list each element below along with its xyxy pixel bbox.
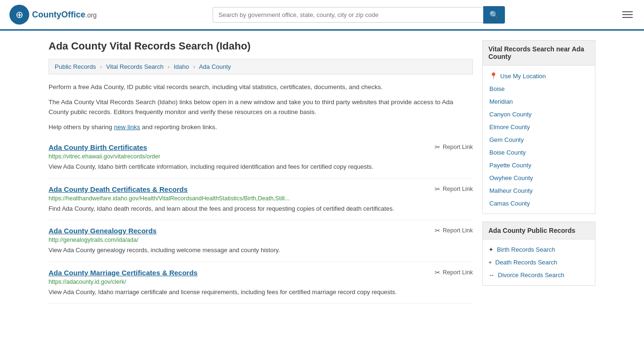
record-entry-3: Ada County Marriage Certificates & Recor…	[49, 262, 473, 304]
nearby-item-camas-county[interactable]: Camas County	[483, 197, 595, 210]
nearby-link-malheur-county[interactable]: Malheur County	[489, 187, 533, 194]
report-link-label-2: Report Link	[443, 227, 473, 234]
breadcrumb-public-records[interactable]: Public Records	[55, 63, 96, 70]
pub-item-birth[interactable]: ✦ Birth Records Search	[483, 243, 595, 256]
nearby-link-elmore-county[interactable]: Elmore County	[489, 123, 530, 131]
sidebar: Vital Records Search near Ada County 📍 U…	[482, 40, 595, 304]
pub-item-death[interactable]: + Death Records Search	[483, 256, 595, 269]
record-title-1[interactable]: Ada County Death Certificates & Records	[49, 185, 188, 193]
intro-p3-suffix: and reporting broken links.	[140, 123, 217, 131]
report-link-3[interactable]: ✂ Report Link	[435, 269, 473, 276]
record-entry-2: Ada County Genealogy Records ✂ Report Li…	[49, 220, 473, 262]
content-area: Ada County Vital Records Search (Idaho) …	[49, 40, 473, 304]
intro-paragraph-1: Perform a free Ada County, ID public vit…	[49, 82, 473, 92]
breadcrumb-sep-3: ›	[193, 63, 195, 70]
pub-item-divorce[interactable]: ↔ Divorce Records Search	[483, 269, 595, 281]
nearby-link-meridian[interactable]: Meridian	[489, 98, 513, 105]
record-entry-1: Ada County Death Certificates & Records …	[49, 179, 473, 221]
report-icon-1: ✂	[435, 185, 440, 193]
menu-icon-line1	[622, 11, 633, 12]
nearby-item-elmore-county[interactable]: Elmore County	[483, 121, 595, 133]
record-header-3: Ada County Marriage Certificates & Recor…	[49, 269, 473, 277]
search-input[interactable]	[213, 7, 483, 23]
record-title-2[interactable]: Ada County Genealogy Records	[49, 227, 157, 235]
record-header-2: Ada County Genealogy Records ✂ Report Li…	[49, 227, 473, 235]
record-header-0: Ada County Birth Certificates ✂ Report L…	[49, 143, 473, 151]
breadcrumb-vital-records[interactable]: Vital Records Search	[106, 63, 164, 70]
intro-paragraph-2: The Ada County Vital Records Search (Ida…	[49, 97, 473, 117]
report-icon-0: ✂	[435, 143, 440, 151]
use-my-location-item[interactable]: 📍 Use My Location	[483, 69, 595, 82]
nearby-link-boise[interactable]: Boise	[489, 85, 505, 92]
nearby-link-canyon-county[interactable]: Canyon County	[489, 111, 532, 118]
record-title-3[interactable]: Ada County Marriage Certificates & Recor…	[49, 269, 198, 277]
location-dot-icon: 📍	[489, 72, 497, 80]
divorce-records-link[interactable]: Divorce Records Search	[498, 272, 564, 279]
report-link-0[interactable]: ✂ Report Link	[435, 143, 473, 151]
nearby-item-canyon-county[interactable]: Canyon County	[483, 108, 595, 121]
nearby-item-malheur-county[interactable]: Malheur County	[483, 184, 595, 197]
birth-icon: ✦	[488, 246, 494, 253]
new-links-link[interactable]: new links	[114, 123, 140, 131]
intro-paragraph-3: Help others by sharing new links and rep…	[49, 122, 473, 132]
menu-icon-line3	[622, 17, 633, 18]
record-title-0[interactable]: Ada County Birth Certificates	[49, 143, 147, 151]
death-icon: +	[488, 259, 492, 266]
record-url-1[interactable]: https://healthandwelfare.idaho.gov/Healt…	[49, 195, 473, 202]
nearby-item-gem-county[interactable]: Gem County	[483, 133, 595, 146]
record-entry-0: Ada County Birth Certificates ✂ Report L…	[49, 137, 473, 179]
breadcrumb-idaho[interactable]: Idaho	[174, 63, 190, 70]
report-link-label-1: Report Link	[443, 186, 473, 192]
public-records-box: Ada County Public Records ✦ Birth Record…	[482, 222, 595, 286]
nearby-link-camas-county[interactable]: Camas County	[489, 200, 530, 207]
nearby-item-payette-county[interactable]: Payette County	[483, 159, 595, 172]
main-container: Ada County Vital Records Search (Idaho) …	[39, 31, 605, 313]
report-link-label-0: Report Link	[443, 144, 473, 150]
nearby-link-owyhee-county[interactable]: Owyhee County	[489, 174, 533, 181]
record-url-3[interactable]: https://adacounty.id.gov/clerk/	[49, 279, 473, 285]
public-records-header: Ada County Public Records	[483, 222, 595, 239]
logo-area: ⊕ CountyOffice.org	[9, 5, 97, 25]
intro-p3-prefix: Help others by sharing	[49, 123, 114, 131]
breadcrumb-sep-1: ›	[100, 63, 102, 70]
nearby-content: 📍 Use My Location Boise Meridian Canyon …	[483, 66, 595, 214]
nearby-link-payette-county[interactable]: Payette County	[489, 162, 531, 169]
record-desc-2: View Ada County genealogy records, inclu…	[49, 246, 473, 255]
nearby-item-meridian[interactable]: Meridian	[483, 95, 595, 108]
nearby-item-boise[interactable]: Boise	[483, 82, 595, 95]
public-records-content: ✦ Birth Records Search + Death Records S…	[483, 239, 595, 285]
record-desc-1: Find Ada County, Idaho death records, an…	[49, 204, 473, 214]
logo-icon: ⊕	[9, 5, 29, 25]
divorce-icon: ↔	[488, 272, 495, 279]
breadcrumb-ada-county[interactable]: Ada County	[199, 63, 231, 70]
nearby-link-boise-county[interactable]: Boise County	[489, 149, 526, 156]
site-header: ⊕ CountyOffice.org 🔍	[0, 0, 644, 31]
report-link-2[interactable]: ✂ Report Link	[435, 227, 473, 234]
logo-text: CountyOffice.org	[32, 10, 97, 20]
record-desc-3: View Ada County, Idaho marriage certific…	[49, 288, 473, 297]
birth-records-link[interactable]: Birth Records Search	[497, 246, 555, 253]
record-url-2[interactable]: http://genealogytrails.com/ida/ada/	[49, 237, 473, 243]
menu-button[interactable]	[620, 9, 635, 20]
search-button[interactable]: 🔍	[483, 6, 505, 24]
nearby-link-gem-county[interactable]: Gem County	[489, 136, 524, 143]
breadcrumb: Public Records › Vital Records Search › …	[49, 59, 473, 74]
menu-icon-line2	[622, 14, 633, 15]
report-icon-3: ✂	[435, 269, 440, 276]
record-desc-0: View Ada County, Idaho birth certificate…	[49, 162, 473, 172]
nearby-item-owyhee-county[interactable]: Owyhee County	[483, 172, 595, 184]
death-records-link[interactable]: Death Records Search	[495, 259, 558, 266]
report-link-label-3: Report Link	[443, 269, 473, 276]
search-area: 🔍	[213, 6, 505, 24]
nearby-box: Vital Records Search near Ada County 📍 U…	[482, 40, 595, 214]
nearby-item-boise-county[interactable]: Boise County	[483, 146, 595, 159]
report-icon-2: ✂	[435, 227, 440, 234]
nearby-header: Vital Records Search near Ada County	[483, 41, 595, 66]
breadcrumb-sep-2: ›	[168, 63, 170, 70]
report-link-1[interactable]: ✂ Report Link	[435, 185, 473, 193]
record-url-0[interactable]: https://vitrec.ehawaii.gov/vitalrecords/…	[49, 153, 473, 160]
record-header-1: Ada County Death Certificates & Records …	[49, 185, 473, 193]
use-my-location-link[interactable]: Use My Location	[500, 73, 546, 80]
page-title: Ada County Vital Records Search (Idaho)	[49, 40, 473, 52]
